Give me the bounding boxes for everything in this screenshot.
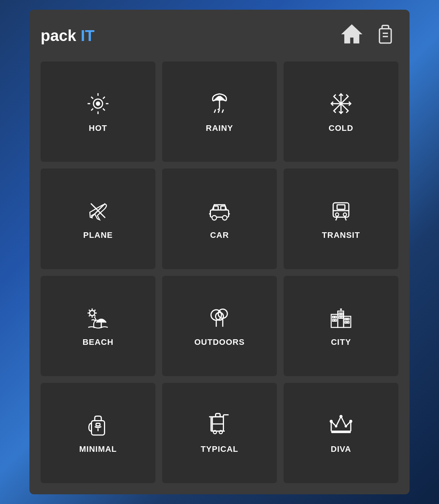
home-icon[interactable]: [339, 21, 365, 50]
plane-icon: [85, 198, 111, 224]
svg-point-83: [350, 420, 352, 422]
svg-rect-66: [348, 322, 349, 323]
svg-line-9: [103, 108, 105, 110]
svg-rect-24: [214, 206, 218, 210]
svg-line-14: [214, 109, 216, 113]
minimal-icon: [85, 412, 111, 438]
svg-line-45: [89, 315, 90, 316]
svg-point-34: [343, 213, 347, 216]
transit-icon: [328, 198, 354, 224]
logo-text-accent: IT: [80, 27, 94, 44]
rainy-icon: [206, 91, 233, 117]
grid-item-hot[interactable]: HOT: [41, 62, 155, 162]
svg-rect-58: [335, 319, 336, 321]
svg-point-84: [340, 416, 342, 418]
grid-item-diva[interactable]: DIVA: [284, 383, 398, 483]
grid-item-transit[interactable]: TRANSIT: [284, 168, 398, 269]
app-logo: pack IT: [41, 27, 95, 45]
cold-icon: [328, 91, 354, 117]
plane-label: PLANE: [83, 230, 113, 240]
grid-item-plane[interactable]: PLANE: [41, 168, 155, 269]
transit-label: TRANSIT: [322, 230, 360, 240]
cold-label: COLD: [329, 123, 353, 133]
svg-point-27: [222, 215, 227, 220]
diva-icon: [328, 412, 354, 438]
beach-icon: [85, 305, 111, 331]
svg-rect-87: [331, 431, 351, 433]
svg-line-16: [222, 109, 224, 113]
grid-item-outdoors[interactable]: OUTDOORS: [162, 276, 277, 376]
svg-rect-71: [96, 423, 100, 426]
beach-label: BEACH: [82, 337, 113, 347]
rainy-label: RAINY: [206, 123, 233, 133]
svg-point-26: [212, 215, 217, 220]
outdoors-icon: [206, 305, 233, 331]
typical-icon: [206, 412, 233, 438]
svg-rect-55: [332, 316, 334, 318]
svg-rect-60: [341, 313, 343, 315]
app-container: pack IT: [29, 10, 410, 494]
svg-point-86: [345, 426, 347, 427]
svg-rect-61: [339, 316, 341, 318]
logo-text-plain: pack: [41, 27, 80, 44]
svg-rect-56: [335, 316, 336, 318]
svg-rect-63: [345, 318, 347, 320]
svg-rect-65: [345, 322, 347, 323]
car-icon: [206, 198, 233, 224]
svg-point-33: [335, 213, 339, 216]
svg-line-44: [94, 310, 95, 311]
main-grid: HOT RAINY: [41, 62, 398, 483]
grid-item-typical[interactable]: TYPICAL: [162, 383, 277, 483]
svg-rect-32: [337, 205, 345, 209]
svg-line-8: [91, 97, 93, 98]
hot-label: HOT: [89, 123, 107, 133]
grid-item-rainy[interactable]: RAINY: [162, 62, 277, 162]
svg-line-11: [91, 108, 93, 110]
grid-item-cold[interactable]: COLD: [284, 62, 398, 162]
hot-icon: [85, 91, 111, 117]
svg-rect-62: [341, 316, 343, 318]
grid-item-beach[interactable]: BEACH: [41, 276, 155, 376]
svg-point-82: [330, 420, 332, 422]
typical-label: TYPICAL: [200, 444, 238, 454]
city-label: CITY: [331, 337, 351, 347]
svg-line-15: [218, 109, 220, 113]
luggage-icon[interactable]: [372, 21, 398, 50]
diva-label: DIVA: [331, 444, 351, 454]
svg-line-42: [89, 310, 90, 311]
svg-rect-57: [332, 319, 334, 321]
svg-line-10: [103, 97, 105, 98]
outdoors-label: OUTDOORS: [194, 337, 244, 347]
grid-item-car[interactable]: CAR: [162, 168, 277, 269]
car-label: CAR: [210, 230, 229, 240]
city-icon: [328, 305, 354, 331]
svg-rect-25: [221, 206, 225, 210]
svg-point-12: [97, 102, 100, 105]
svg-rect-59: [339, 313, 341, 315]
svg-point-37: [89, 311, 95, 316]
grid-item-minimal[interactable]: MINIMAL: [41, 383, 155, 483]
header-icons: [339, 21, 398, 50]
svg-point-85: [335, 426, 337, 427]
header: pack IT: [41, 21, 398, 50]
svg-rect-64: [348, 318, 349, 320]
grid-item-city[interactable]: CITY: [284, 276, 398, 376]
minimal-label: MINIMAL: [79, 444, 117, 454]
svg-line-43: [94, 315, 95, 316]
